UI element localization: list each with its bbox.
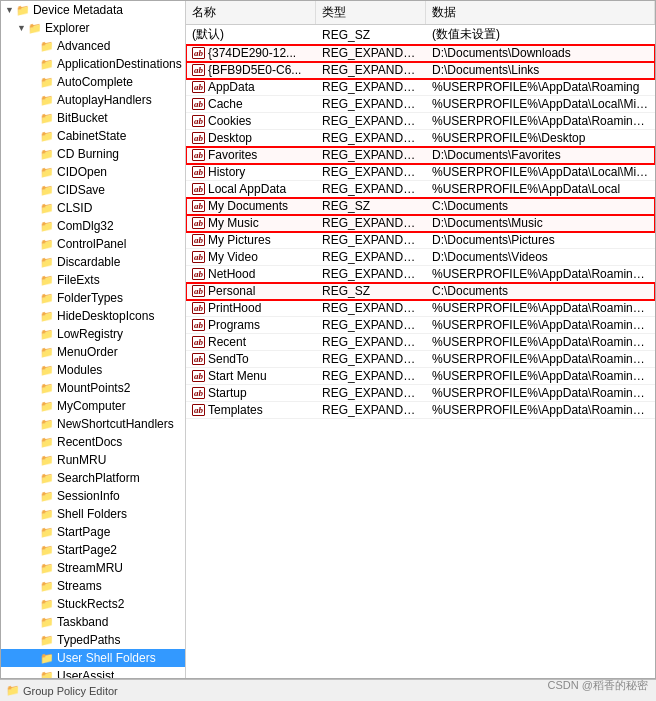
- cell-data: %USERPROFILE%\AppData\Local\Microsoft\..…: [426, 96, 655, 112]
- table-body[interactable]: ab(默认)REG_SZ(数值未设置)ab{374DE290-12...REG_…: [186, 25, 655, 678]
- reg-icon: ab: [192, 98, 205, 110]
- tree-item-modules[interactable]: 📁Modules: [1, 361, 185, 379]
- folder-icon: 📁: [39, 218, 55, 234]
- tree-item-cdburning[interactable]: 📁CD Burning: [1, 145, 185, 163]
- folder-icon: 📁: [39, 344, 55, 360]
- table-row[interactable]: abLocal AppDataREG_EXPAND_SZ%USERPROFILE…: [186, 181, 655, 198]
- table-row[interactable]: abDesktopREG_EXPAND_SZ%USERPROFILE%\Desk…: [186, 130, 655, 147]
- tree-item-applicationdestinations[interactable]: 📁ApplicationDestinations: [1, 55, 185, 73]
- table-row[interactable]: abTemplatesREG_EXPAND_SZ%USERPROFILE%\Ap…: [186, 402, 655, 419]
- table-row[interactable]: abStartupREG_EXPAND_SZ%USERPROFILE%\AppD…: [186, 385, 655, 402]
- cell-type: REG_EXPAND_SZ: [316, 317, 426, 333]
- tree-item-typedpaths[interactable]: 📁TypedPaths: [1, 631, 185, 649]
- tree-item-explorer[interactable]: ▼📁Explorer: [1, 19, 185, 37]
- tree-item-usershellfolders[interactable]: 📁User Shell Folders: [1, 649, 185, 667]
- table-row[interactable]: abMy PicturesREG_EXPAND_SZD:\Documents\P…: [186, 232, 655, 249]
- reg-icon: ab: [192, 183, 205, 195]
- folder-icon: 📁: [39, 326, 55, 342]
- tree-item-lowregistry[interactable]: 📁LowRegistry: [1, 325, 185, 343]
- tree-item-cabinetstate[interactable]: 📁CabinetState: [1, 127, 185, 145]
- tree-item-menuorder[interactable]: 📁MenuOrder: [1, 343, 185, 361]
- table-row[interactable]: abAppDataREG_EXPAND_SZ%USERPROFILE%\AppD…: [186, 79, 655, 96]
- tree-item-label: CIDOpen: [57, 165, 107, 179]
- table-row[interactable]: abProgramsREG_EXPAND_SZ%USERPROFILE%\App…: [186, 317, 655, 334]
- tree-item-streams[interactable]: 📁Streams: [1, 577, 185, 595]
- cell-name-text: Templates: [208, 403, 263, 417]
- tree-item-device-metadata[interactable]: ▼📁Device Metadata: [1, 1, 185, 19]
- tree-item-label: Advanced: [57, 39, 110, 53]
- table-row[interactable]: abPrintHoodREG_EXPAND_SZ%USERPROFILE%\Ap…: [186, 300, 655, 317]
- cell-data: %USERPROFILE%\AppData\Local: [426, 181, 655, 197]
- cell-type: REG_EXPAND_SZ: [316, 164, 426, 180]
- table-row[interactable]: abHistoryREG_EXPAND_SZ%USERPROFILE%\AppD…: [186, 164, 655, 181]
- table-row[interactable]: abCacheREG_EXPAND_SZ%USERPROFILE%\AppDat…: [186, 96, 655, 113]
- tree-item-foldertypes[interactable]: 📁FolderTypes: [1, 289, 185, 307]
- tree-item-discardable[interactable]: 📁Discardable: [1, 253, 185, 271]
- col-header-type[interactable]: 类型: [316, 1, 426, 24]
- tree-item-clsid[interactable]: 📁CLSID: [1, 199, 185, 217]
- tree-item-stuckrects2[interactable]: 📁StuckRects2: [1, 595, 185, 613]
- tree-item-advanced[interactable]: 📁Advanced: [1, 37, 185, 55]
- tree-item-cidsave[interactable]: 📁CIDSave: [1, 181, 185, 199]
- folder-icon: 📁: [15, 2, 31, 18]
- tree-item-runmru[interactable]: 📁RunMRU: [1, 451, 185, 469]
- tree-item-recentdocs[interactable]: 📁RecentDocs: [1, 433, 185, 451]
- tree-item-label: StartPage2: [57, 543, 117, 557]
- tree-item-label: Explorer: [45, 21, 90, 35]
- col-header-data[interactable]: 数据: [426, 1, 655, 24]
- cell-name: abPersonal: [186, 283, 316, 299]
- tree-item-startpage[interactable]: 📁StartPage: [1, 523, 185, 541]
- folder-icon: 📁: [39, 38, 55, 54]
- folder-icon: 📁: [39, 164, 55, 180]
- cell-name: abStartup: [186, 385, 316, 401]
- table-row[interactable]: abSendToREG_EXPAND_SZ%USERPROFILE%\AppDa…: [186, 351, 655, 368]
- cell-data: %USERPROFILE%\AppData\Roaming\Microsof..…: [426, 334, 655, 350]
- table-row[interactable]: abPersonalREG_SZC:\Documents: [186, 283, 655, 300]
- right-panel: 名称 类型 数据 ab(默认)REG_SZ(数值未设置)ab{374DE290-…: [186, 1, 655, 678]
- expand-icon: ▼: [17, 23, 26, 33]
- cell-data: D:\Documents\Links: [426, 62, 655, 78]
- cell-data: %USERPROFILE%\AppData\Roaming: [426, 79, 655, 95]
- table-row[interactable]: abMy VideoREG_EXPAND_SZD:\Documents\Vide…: [186, 249, 655, 266]
- table-row[interactable]: abStart MenuREG_EXPAND_SZ%USERPROFILE%\A…: [186, 368, 655, 385]
- tree-item-controlpanel[interactable]: 📁ControlPanel: [1, 235, 185, 253]
- table-row[interactable]: abFavoritesREG_EXPAND_SZD:\Documents\Fav…: [186, 147, 655, 164]
- tree-item-autoplayhandlers[interactable]: 📁AutoplayHandlers: [1, 91, 185, 109]
- table-row[interactable]: abNetHoodREG_EXPAND_SZ%USERPROFILE%\AppD…: [186, 266, 655, 283]
- table-row[interactable]: abCookiesREG_EXPAND_SZ%USERPROFILE%\AppD…: [186, 113, 655, 130]
- tree-item-autocomplete[interactable]: 📁AutoComplete: [1, 73, 185, 91]
- tree-item-fileexts[interactable]: 📁FileExts: [1, 271, 185, 289]
- table-row[interactable]: ab{BFB9D5E0-C6...REG_EXPAND_SZD:\Documen…: [186, 62, 655, 79]
- cell-data: D:\Documents\Downloads: [426, 45, 655, 61]
- col-header-name[interactable]: 名称: [186, 1, 316, 24]
- cell-name: abRecent: [186, 334, 316, 350]
- cell-name-text: {374DE290-12...: [208, 46, 296, 60]
- tree-item-userassist[interactable]: 📁UserAssist: [1, 667, 185, 678]
- cell-name-text: Favorites: [208, 148, 257, 162]
- tree-item-streammru[interactable]: 📁StreamMRU: [1, 559, 185, 577]
- tree-item-mycomputer[interactable]: 📁MyComputer: [1, 397, 185, 415]
- table-row[interactable]: abMy MusicREG_EXPAND_SZD:\Documents\Musi…: [186, 215, 655, 232]
- tree-item-comdlg32[interactable]: 📁ComDlg32: [1, 217, 185, 235]
- tree-item-newshortcuthandlers[interactable]: 📁NewShortcutHandlers: [1, 415, 185, 433]
- cell-type: REG_EXPAND_SZ: [316, 215, 426, 231]
- tree-item-hidedesktopiconss[interactable]: 📁HideDesktopIcons: [1, 307, 185, 325]
- cell-name: abMy Video: [186, 249, 316, 265]
- tree-item-sessioninfo[interactable]: 📁SessionInfo: [1, 487, 185, 505]
- tree-item-mountpoints2[interactable]: 📁MountPoints2: [1, 379, 185, 397]
- reg-icon: ab: [192, 387, 205, 399]
- cell-name: abFavorites: [186, 147, 316, 163]
- table-row[interactable]: ab(默认)REG_SZ(数值未设置): [186, 25, 655, 45]
- table-row[interactable]: ab{374DE290-12...REG_EXPAND_SZD:\Documen…: [186, 45, 655, 62]
- table-row[interactable]: abMy DocumentsREG_SZC:\Documents: [186, 198, 655, 215]
- tree-panel[interactable]: ▼📁Device Metadata▼📁Explorer📁Advanced📁App…: [1, 1, 186, 678]
- tree-item-bitbucket[interactable]: 📁BitBucket: [1, 109, 185, 127]
- tree-item-cidopen[interactable]: 📁CIDOpen: [1, 163, 185, 181]
- table-row[interactable]: abRecentREG_EXPAND_SZ%USERPROFILE%\AppDa…: [186, 334, 655, 351]
- folder-icon: 📁: [39, 596, 55, 612]
- tree-item-searchplatform[interactable]: 📁SearchPlatform: [1, 469, 185, 487]
- tree-item-shellfolders[interactable]: 📁Shell Folders: [1, 505, 185, 523]
- tree-item-taskband[interactable]: 📁Taskband: [1, 613, 185, 631]
- cell-data: %USERPROFILE%\AppData\Roaming\Microsof..…: [426, 385, 655, 401]
- tree-item-startpage2[interactable]: 📁StartPage2: [1, 541, 185, 559]
